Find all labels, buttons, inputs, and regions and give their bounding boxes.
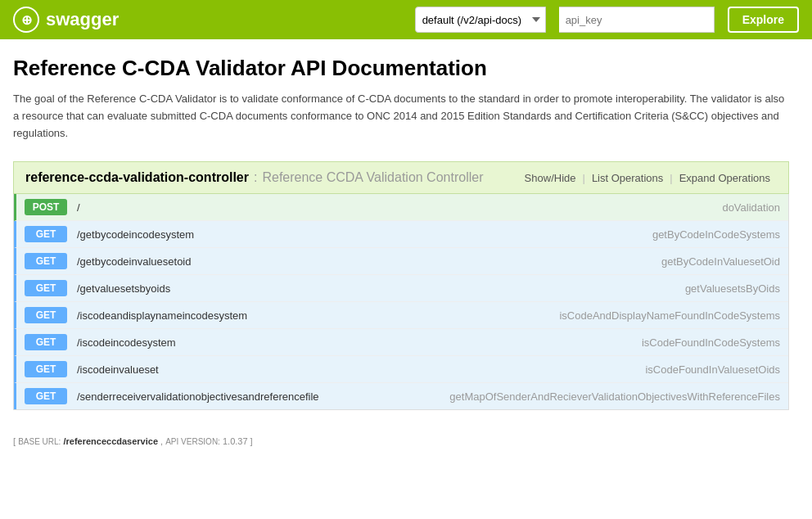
op-nickname: getByCodeInCodeSystems xyxy=(652,228,780,241)
url-select[interactable]: default (/v2/api-docs) xyxy=(415,7,546,33)
table-row[interactable]: GET/iscodeincodesystemisCodeFoundInCodeS… xyxy=(14,329,788,356)
op-path: /iscodeandisplaynameincodesystem xyxy=(77,309,549,322)
api-version-value: 1.0.37 xyxy=(223,436,248,446)
op-nickname: isCodeAndDisplayNameFoundInCodeSystems xyxy=(559,309,780,322)
base-url-label: [ BASE URL: /referenceccdaservice , API … xyxy=(13,436,253,446)
op-path: /senderreceivervalidationobjectivesandre… xyxy=(77,390,440,403)
controller-actions: Show/Hide | List Operations | Expand Ope… xyxy=(518,172,777,184)
controller-separator: : xyxy=(254,170,257,185)
logo-icon: ⊕ xyxy=(13,7,39,33)
operations-list: POST/doValidationGET/getbycodeincodesyst… xyxy=(13,194,789,410)
op-nickname: isCodeFoundInCodeSystems xyxy=(642,336,780,349)
op-nickname: getMapOfSenderAndRecieverValidationObjec… xyxy=(449,390,780,403)
table-row[interactable]: GET/getbycodeincodesystemgetByCodeInCode… xyxy=(14,221,788,248)
logo: ⊕ swagger xyxy=(13,7,119,33)
base-url-value: /referenceccdaservice xyxy=(63,436,158,446)
method-badge: GET xyxy=(25,388,67,404)
footer: [ BASE URL: /referenceccdaservice , API … xyxy=(0,426,812,456)
op-path: / xyxy=(77,201,712,214)
page-description: The goal of the Reference C-CDA Validato… xyxy=(13,91,789,142)
op-path: /getbycodeincodesystem xyxy=(77,228,643,241)
op-nickname: getByCodeInValuesetOid xyxy=(661,255,780,268)
table-row[interactable]: GET/senderreceivervalidationobjectivesan… xyxy=(14,383,788,409)
explore-button[interactable]: Explore xyxy=(728,7,799,33)
op-path: /iscodeinvalueset xyxy=(77,363,635,376)
list-operations-link[interactable]: List Operations xyxy=(585,172,670,184)
logo-symbol: ⊕ xyxy=(21,12,32,28)
method-badge: GET xyxy=(25,307,67,323)
controller-name: reference-ccda-validation-controller xyxy=(25,170,249,185)
method-badge: GET xyxy=(25,361,67,377)
table-row[interactable]: GET/iscodeandisplaynameincodesystemisCod… xyxy=(14,302,788,329)
method-badge: GET xyxy=(25,280,67,296)
table-row[interactable]: GET/getvaluesetsbyoidsgetValuesetsByOids xyxy=(14,275,788,302)
op-nickname: getValuesetsByOids xyxy=(685,282,780,295)
page-title: Reference C-CDA Validator API Documentat… xyxy=(13,56,789,81)
show-hide-link[interactable]: Show/Hide xyxy=(518,172,583,184)
controller-description: Reference CCDA Validation Controller xyxy=(262,170,483,185)
controller-header: reference-ccda-validation-controller : R… xyxy=(13,161,789,194)
op-nickname: isCodeFoundInValuesetOids xyxy=(645,363,780,376)
method-badge: GET xyxy=(25,334,67,350)
op-path: /iscodeincodesystem xyxy=(77,336,632,349)
table-row[interactable]: GET/getbycodeinvaluesetoidgetByCodeInVal… xyxy=(14,248,788,275)
op-path: /getvaluesetsbyoids xyxy=(77,282,675,295)
table-row[interactable]: GET/iscodeinvaluesetisCodeFoundInValuese… xyxy=(14,356,788,383)
method-badge: GET xyxy=(25,253,67,269)
method-badge: GET xyxy=(25,226,67,242)
op-path: /getbycodeinvaluesetoid xyxy=(77,255,652,268)
table-row[interactable]: POST/doValidation xyxy=(14,194,788,221)
api-key-input[interactable] xyxy=(559,7,715,33)
app-header: ⊕ swagger default (/v2/api-docs) Explore xyxy=(0,0,812,39)
op-nickname: doValidation xyxy=(722,201,780,214)
logo-text: swagger xyxy=(46,9,119,30)
main-content: Reference C-CDA Validator API Documentat… xyxy=(0,39,802,426)
method-badge: POST xyxy=(25,199,67,215)
expand-operations-link[interactable]: Expand Operations xyxy=(673,172,777,184)
